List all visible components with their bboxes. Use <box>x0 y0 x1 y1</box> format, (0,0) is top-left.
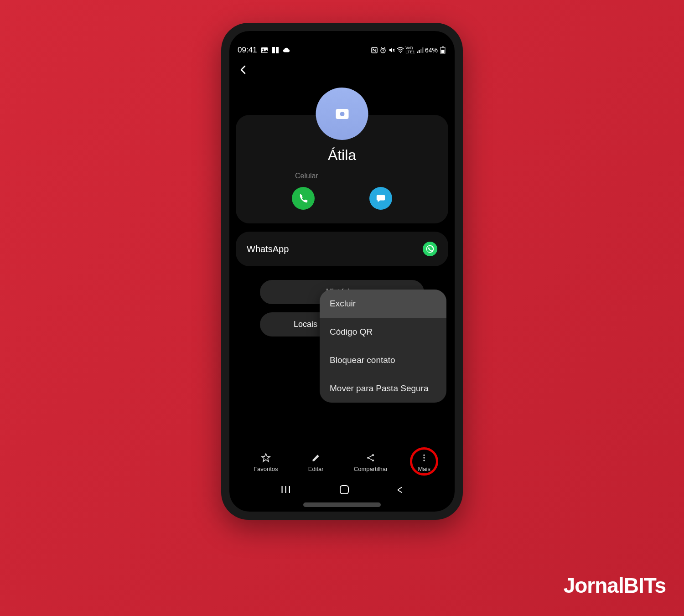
highlight-circle <box>410 447 438 476</box>
status-left: 09:41 <box>238 46 290 55</box>
whatsapp-label: WhatsApp <box>247 244 289 254</box>
svg-rect-10 <box>422 47 424 53</box>
battery-icon <box>439 47 446 54</box>
nav-home-button[interactable] <box>340 485 349 494</box>
phone-screen: 09:41 <box>229 31 455 512</box>
edit-label: Editar <box>308 466 324 472</box>
bottom-action-bar: Favoritos Editar Compartilhar Mais <box>229 448 455 476</box>
contact-profile-card: Átila Celular <box>236 115 448 223</box>
wifi-icon <box>397 47 404 54</box>
menu-block-contact[interactable]: Bloquear contato <box>320 346 446 374</box>
svg-rect-13 <box>441 50 445 53</box>
pencil-icon <box>311 453 321 463</box>
alarm-icon <box>379 47 387 54</box>
menu-qr-code[interactable]: Código QR <box>320 318 446 346</box>
chat-icon <box>376 193 386 203</box>
svg-point-6 <box>400 52 401 53</box>
battery-percentage: 64% <box>425 47 438 54</box>
svg-rect-2 <box>272 47 275 53</box>
phone-icon <box>298 193 308 203</box>
system-nav-bar: III < <box>229 476 455 499</box>
svg-rect-7 <box>417 52 418 53</box>
more-options-menu: Excluir Código QR Bloquear contato Mover… <box>320 290 446 403</box>
svg-rect-3 <box>276 47 279 53</box>
signal-icon <box>416 47 424 54</box>
share-icon <box>366 453 376 463</box>
edit-button[interactable]: Editar <box>308 453 324 472</box>
status-right: VoI)LTE1 64% <box>371 46 446 54</box>
app-indicator-icon <box>272 47 279 54</box>
camera-icon <box>336 109 348 119</box>
phone-type-label: Celular <box>245 172 439 180</box>
favorites-button[interactable]: Favoritos <box>254 453 278 472</box>
nfc-icon <box>371 47 378 54</box>
more-button[interactable]: Mais <box>418 453 430 472</box>
svg-rect-8 <box>419 50 420 53</box>
cloud-icon <box>283 47 290 54</box>
back-button[interactable] <box>238 64 249 78</box>
image-icon <box>261 47 268 54</box>
whatsapp-card[interactable]: WhatsApp <box>236 232 448 266</box>
home-indicator <box>303 502 381 507</box>
watermark-logo: JornalBITs <box>564 573 666 598</box>
message-button[interactable] <box>369 187 392 210</box>
contact-avatar[interactable] <box>316 88 368 140</box>
favorites-label: Favoritos <box>254 466 278 472</box>
phone-frame: 09:41 <box>221 23 463 520</box>
share-button[interactable]: Compartilhar <box>354 453 388 472</box>
whatsapp-icon <box>423 242 437 256</box>
contact-actions <box>245 187 439 210</box>
mute-icon <box>388 47 395 54</box>
status-time: 09:41 <box>238 46 257 55</box>
menu-delete[interactable]: Excluir <box>320 290 446 318</box>
content-area: Átila Celular WhatsApp Histór <box>229 78 455 448</box>
call-button[interactable] <box>292 187 315 210</box>
nav-back-button[interactable]: < <box>398 483 403 497</box>
star-icon <box>261 453 271 463</box>
svg-rect-9 <box>420 49 422 53</box>
nav-recent-button[interactable]: III <box>280 484 291 496</box>
menu-move-secure-folder[interactable]: Mover para Pasta Segura <box>320 374 446 403</box>
status-bar: 09:41 <box>229 41 455 59</box>
svg-point-1 <box>262 49 264 50</box>
share-label: Compartilhar <box>354 466 388 472</box>
network-label: VoI)LTE1 <box>405 46 415 54</box>
contact-name: Átila <box>245 147 439 164</box>
header-row <box>229 59 455 78</box>
